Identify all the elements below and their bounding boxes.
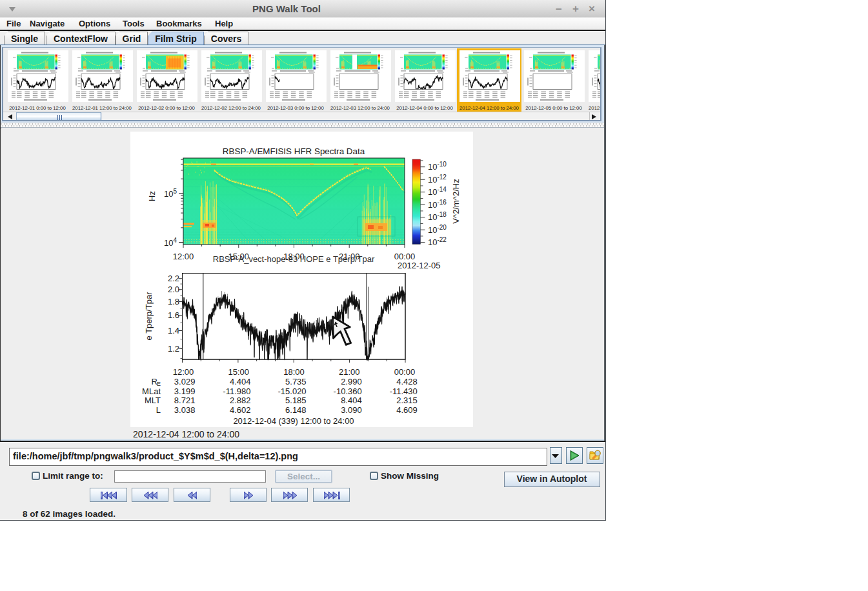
svg-text:00:00: 00:00 xyxy=(394,252,416,261)
svg-text:10-18: 10-18 xyxy=(428,211,447,222)
svg-text:MLat: MLat xyxy=(142,386,161,396)
svg-text:V^2/m^2/Hz: V^2/m^2/Hz xyxy=(451,179,461,223)
svg-text:-10.360: -10.360 xyxy=(334,386,362,396)
svg-text:2.990: 2.990 xyxy=(341,377,362,386)
svg-text:2.0: 2.0 xyxy=(168,285,179,294)
svg-text:105: 105 xyxy=(164,188,177,199)
svg-text:2.2: 2.2 xyxy=(168,274,179,283)
svg-text:Hz: Hz xyxy=(147,191,157,201)
svg-text:MLT: MLT xyxy=(145,396,161,405)
svg-text:00:00: 00:00 xyxy=(394,367,416,377)
svg-text:1.6: 1.6 xyxy=(168,310,179,320)
svg-text:-11.980: -11.980 xyxy=(223,386,250,396)
svg-text:10-14: 10-14 xyxy=(428,186,447,197)
svg-text:2012-12-05: 2012-12-05 xyxy=(398,261,441,270)
svg-text:5.735: 5.735 xyxy=(285,377,307,386)
svg-text:15:00: 15:00 xyxy=(228,367,250,377)
svg-text:1.8: 1.8 xyxy=(168,297,179,306)
svg-text:12:00: 12:00 xyxy=(173,367,194,377)
svg-text:2.315: 2.315 xyxy=(396,396,418,405)
svg-text:2.882: 2.882 xyxy=(230,396,251,405)
svg-text:2012-12-04 (339) 12:00 to 24:0: 2012-12-04 (339) 12:00 to 24:00 xyxy=(233,416,354,426)
svg-text:4.609: 4.609 xyxy=(396,405,418,415)
svg-text:3.038: 3.038 xyxy=(174,405,196,415)
svg-text:8.721: 8.721 xyxy=(174,396,196,405)
svg-text:12:00: 12:00 xyxy=(173,252,194,261)
svg-text:-15.020: -15.020 xyxy=(278,386,307,396)
svg-text:10-16: 10-16 xyxy=(428,199,447,210)
svg-text:8.404: 8.404 xyxy=(341,396,362,405)
svg-text:1.2: 1.2 xyxy=(168,344,179,354)
svg-text:5.185: 5.185 xyxy=(285,396,307,405)
svg-text:L: L xyxy=(156,405,161,415)
svg-text:10-20: 10-20 xyxy=(428,224,447,235)
svg-text:1.4: 1.4 xyxy=(168,326,179,336)
svg-text:21:00: 21:00 xyxy=(339,367,360,377)
svg-text:104: 104 xyxy=(164,237,177,248)
svg-text:4.428: 4.428 xyxy=(396,377,418,386)
svg-text:RBSP-A/EMFISIS HFR Spectra Da: RBSP-A/EMFISIS HFR Spectra Data xyxy=(223,146,365,156)
svg-text:6.148: 6.148 xyxy=(285,405,307,415)
svg-text:18:00: 18:00 xyxy=(283,367,305,377)
svg-text:RBSP-A_vect-hope-e3 HOPE e Tp: RBSP-A_vect-hope-e3 HOPE e Tperp/Tpar xyxy=(213,254,375,264)
svg-text:10-10: 10-10 xyxy=(428,161,447,172)
svg-text:10-22: 10-22 xyxy=(428,236,447,247)
svg-text:-11.430: -11.430 xyxy=(390,386,418,396)
svg-text:e Tperp/Tpar: e Tperp/Tpar xyxy=(144,292,154,341)
svg-text:10-12: 10-12 xyxy=(428,174,447,185)
svg-text:3.199: 3.199 xyxy=(174,386,196,396)
svg-text:3.029: 3.029 xyxy=(174,377,196,386)
svg-text:4.404: 4.404 xyxy=(230,377,251,386)
svg-text:3.090: 3.090 xyxy=(341,405,362,415)
svg-text:4.602: 4.602 xyxy=(230,405,251,415)
